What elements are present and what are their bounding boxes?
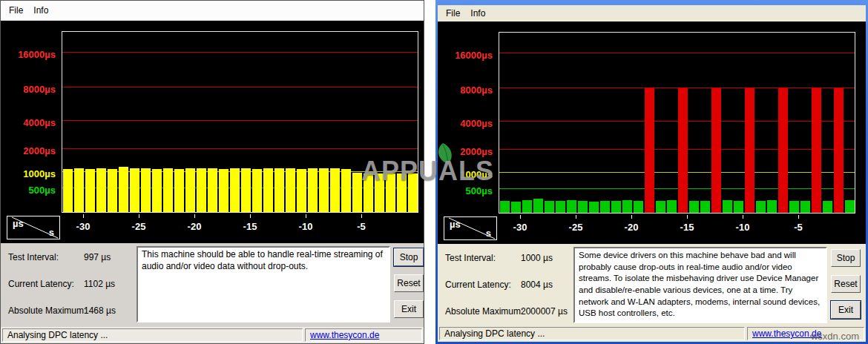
latency-bar	[656, 201, 665, 213]
latency-bar	[219, 169, 228, 212]
stat-row: Absolute Maximum:2000007 µs	[445, 306, 523, 317]
x-tick-mark	[306, 214, 306, 218]
latency-bar	[352, 173, 362, 212]
latency-bar	[611, 201, 621, 213]
x-axis-tick-label: -15	[676, 222, 698, 233]
latency-bar	[119, 167, 128, 212]
latency-bar	[522, 200, 532, 213]
latency-bar	[667, 200, 677, 213]
latency-bar	[823, 201, 832, 213]
stat-value: 2000007 µs	[521, 306, 568, 317]
latency-bar	[578, 201, 588, 213]
x-axis-tick-label: -20	[183, 221, 206, 232]
x-tick-mark	[520, 215, 521, 219]
latency-bar	[845, 200, 855, 213]
x-axis-tick-label: -25	[128, 221, 150, 232]
x-axis-tick-label: -5	[787, 222, 809, 233]
x-tick-mark	[687, 215, 688, 219]
latency-bar	[174, 169, 184, 212]
latency-bar	[274, 168, 284, 212]
thesycon-link[interactable]: www.thesycon.de	[310, 330, 379, 340]
latency-bar	[622, 200, 632, 213]
x-tick-mark	[361, 214, 362, 218]
status-text: Analysing DPC latency ...	[439, 327, 745, 340]
stat-row: Absolute Maximum:1468 µs	[8, 305, 86, 316]
status-bar: Analysing DPC latency ... www.thesycon.d…	[438, 325, 866, 342]
x-tick-mark	[194, 214, 195, 218]
menu-bar: FileInfo	[1, 1, 424, 21]
latency-bar	[723, 200, 732, 213]
x-tick-mark	[250, 214, 251, 218]
stop-button[interactable]: Stop	[831, 249, 861, 267]
plot-area	[62, 31, 418, 213]
y-axis-labels: 16000µs8000µs4000µs2000µs1000µs500µs	[438, 33, 496, 214]
x-unit-label: s	[486, 228, 491, 239]
y-axis-label: 1000µs	[460, 169, 493, 180]
exit-button[interactable]: Exit	[394, 300, 424, 318]
latency-bar	[85, 169, 95, 212]
thesycon-link[interactable]: www.thesycon.de	[752, 328, 821, 339]
stat-label: Test Interval:	[445, 253, 519, 263]
status-text: Analysing DPC latency ...	[2, 328, 303, 342]
x-tick-mark	[798, 215, 799, 219]
y-axis-labels: 16000µs8000µs4000µs2000µs1000µs500µs	[1, 32, 59, 214]
y-unit-label: µs	[13, 218, 24, 229]
stat-value: 8004 µs	[521, 280, 553, 290]
status-link-section: www.thesycon.de	[747, 327, 864, 340]
x-axis-tick-label: -25	[565, 222, 587, 233]
latency-bar	[185, 168, 195, 212]
latency-chart: 16000µs8000µs4000µs2000µs1000µs500µs -30…	[1, 21, 424, 243]
x-tick-mark	[576, 215, 576, 219]
dpc-latency-checker-window-right: FileInfo 16000µs8000µs4000µs2000µs1000µs…	[435, 0, 868, 344]
menu-item-info[interactable]: Info	[465, 7, 490, 20]
latency-bar	[74, 168, 84, 212]
latency-bar	[734, 201, 743, 213]
latency-bar	[130, 168, 139, 212]
reset-button[interactable]: Reset	[394, 274, 424, 292]
status-bar: Analysing DPC latency ... www.thesycon.d…	[1, 327, 424, 343]
y-axis-label: 8000µs	[460, 85, 493, 96]
latency-bar	[197, 168, 206, 212]
reset-button[interactable]: Reset	[831, 275, 861, 293]
y-axis-label: 2000µs	[460, 146, 493, 157]
x-axis-tick-label: -30	[509, 222, 531, 233]
control-panel: Test Interval:1000 µsCurrent Latency:800…	[438, 244, 866, 325]
menu-item-info[interactable]: Info	[28, 4, 53, 17]
status-link-section: www.thesycon.de	[305, 328, 422, 342]
x-tick-mark	[743, 215, 743, 219]
latency-bar	[375, 173, 384, 212]
menu-item-file[interactable]: File	[4, 4, 28, 17]
latency-bar	[330, 168, 340, 212]
stop-button[interactable]: Stop	[394, 248, 424, 266]
y-axis-label: 1000µs	[23, 168, 56, 179]
dpc-latency-checker-window-left: FileInfo 16000µs8000µs4000µs2000µs1000µs…	[0, 0, 424, 344]
latency-bar	[263, 168, 273, 212]
menu-item-file[interactable]: File	[441, 7, 465, 20]
y-axis-label: 500µs	[29, 185, 56, 196]
exit-button[interactable]: Exit	[831, 301, 861, 319]
y-axis-label: 16000µs	[455, 50, 493, 61]
stat-row: Current Latency:1102 µs	[8, 279, 82, 289]
assessment-message: This machine should be able to handle re…	[137, 246, 390, 322]
axis-unit-box: µs s	[444, 216, 497, 240]
latency-bar	[108, 169, 117, 212]
latency-bar	[678, 88, 688, 213]
latency-bar	[408, 173, 418, 212]
latency-bar	[141, 168, 151, 212]
latency-bar	[341, 169, 351, 212]
button-column: StopResetExit	[394, 248, 424, 326]
x-axis-ticks: -30-25-20-15-10-5	[499, 215, 856, 240]
latency-bar	[286, 168, 295, 212]
latency-bar	[319, 168, 329, 212]
stat-value: 1000 µs	[521, 253, 553, 263]
button-column: StopResetExit	[831, 249, 861, 327]
latency-bar	[767, 200, 777, 213]
latency-bar	[511, 202, 521, 213]
stat-label: Current Latency:	[445, 280, 519, 290]
y-unit-label: µs	[450, 219, 461, 230]
latency-bar	[500, 201, 510, 213]
latency-bar	[800, 201, 810, 213]
x-axis-tick-label: -5	[350, 221, 372, 232]
y-axis-label: 500µs	[466, 185, 493, 196]
latency-bar	[834, 88, 844, 213]
